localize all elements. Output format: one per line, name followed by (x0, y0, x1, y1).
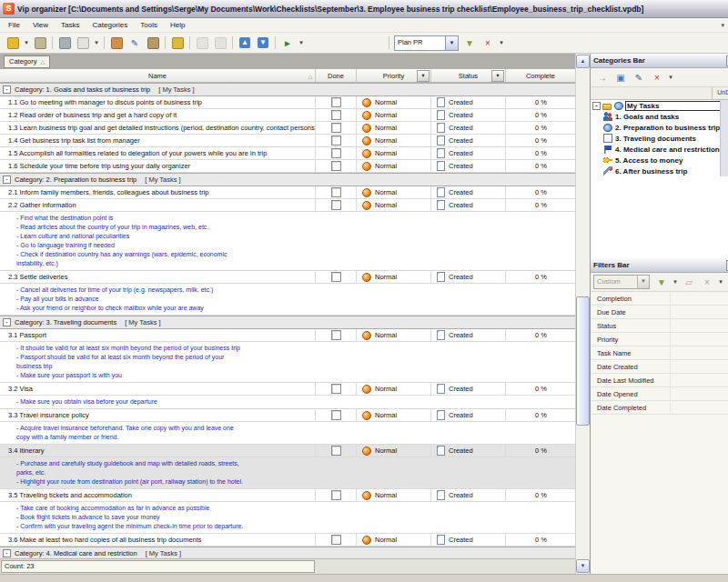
task-row[interactable]: 3.2 VisaNormalCreated0 % (0, 383, 576, 396)
menu-item-view[interactable]: View (26, 21, 55, 29)
status-filter-dropdown-icon[interactable]: ▼ (491, 70, 504, 82)
done-checkbox[interactable] (331, 110, 341, 120)
print-preview-icon[interactable] (75, 35, 91, 51)
edit-task-icon[interactable]: ✎ (126, 35, 143, 51)
plan-combobox-dropdown-icon[interactable]: ▼ (445, 36, 458, 50)
done-checkbox[interactable] (331, 148, 341, 158)
task-row[interactable]: 1.2 Read order of business trip and get … (0, 109, 576, 122)
menu-item-help[interactable]: Help (164, 21, 191, 29)
collapse-icon[interactable]: - (3, 318, 11, 326)
task-row[interactable]: 3.5 Traveling tickets and accommodationN… (0, 489, 576, 502)
task-row[interactable]: 1.6 Schedule your time before trip using… (0, 160, 576, 173)
done-checkbox[interactable] (331, 123, 341, 133)
menu-item-tools[interactable]: Tools (134, 21, 164, 29)
done-checkbox[interactable] (331, 330, 341, 340)
send-icon[interactable] (145, 35, 161, 51)
categories-toolbar-dropdown[interactable]: ▾ (667, 74, 674, 81)
category-band-row[interactable]: -Category: 3. Traveling documents[ My Ta… (0, 316, 576, 329)
new-task-icon[interactable] (5, 35, 21, 51)
done-checkbox[interactable] (331, 535, 341, 545)
task-row[interactable]: 3.1 PassportNormalCreated0 % (0, 329, 576, 342)
move-up-icon[interactable]: ▲ (237, 35, 253, 51)
done-checkbox[interactable] (331, 384, 341, 394)
task-row[interactable]: 1.3 Learn business trip goal and get det… (0, 122, 576, 135)
task-row[interactable]: 2.1 Inform family members, friends, coll… (0, 186, 576, 199)
task-row[interactable]: 3.4 ItineraryNormalCreated0 % (0, 445, 576, 457)
scrollbar-thumb[interactable] (576, 296, 590, 426)
task-row[interactable]: 1.4 Get business trip task list from man… (0, 135, 576, 147)
menu-item-tasks[interactable]: Tasks (55, 21, 86, 29)
start-now-dropdown[interactable]: ▾ (298, 39, 305, 46)
delete-category-icon[interactable]: × (649, 69, 665, 85)
clear-plan-filter-icon[interactable]: × (480, 35, 496, 51)
done-checkbox[interactable] (331, 97, 341, 107)
task-row[interactable]: 1.1 Go to meeting with manager to discus… (0, 96, 576, 109)
apply-filter-icon[interactable]: ▼ (653, 274, 670, 290)
new-category-icon[interactable]: → (594, 69, 611, 85)
collapse-icon[interactable]: - (3, 549, 11, 557)
tree-collapse-icon[interactable]: - (592, 102, 601, 110)
column-header-name[interactable]: Name △ (0, 69, 316, 82)
edit-category-icon[interactable]: ✎ (631, 69, 647, 85)
status-icon (437, 187, 445, 197)
new-subcategory-icon[interactable]: ▣ (612, 69, 629, 85)
plan-combobox[interactable]: Plan PR ▼ (394, 35, 459, 51)
comment-icon[interactable] (169, 35, 186, 51)
clear-filter-icon[interactable]: ▱ (681, 274, 697, 290)
plan-toolbar-dropdown[interactable]: ▾ (498, 39, 505, 46)
task-grid-body: -Category: 1. Goals and tasks of busines… (0, 83, 576, 558)
done-checkbox[interactable] (331, 135, 341, 146)
menu-item-file[interactable]: File (2, 21, 26, 29)
menubar-overflow-icon[interactable]: ▾ (721, 22, 724, 29)
category-tree-item[interactable]: 5. Access to money33 (591, 155, 728, 166)
notebook-icon[interactable] (108, 35, 125, 51)
print-dropdown[interactable]: ▾ (93, 39, 100, 46)
done-checkbox[interactable] (331, 200, 341, 210)
collapse-icon[interactable]: - (3, 176, 11, 184)
task-row[interactable]: 3.3 Travel insurance policyNormalCreated… (0, 409, 576, 422)
category-tree-item[interactable]: 3. Traveling documents66 (591, 133, 728, 144)
category-tree-item[interactable]: 4. Medical care and restriction22 (591, 144, 728, 155)
apply-filter-dropdown[interactable]: ▾ (672, 278, 679, 286)
grid-vertical-scrollbar[interactable]: ▲ ▼ (575, 54, 590, 574)
scroll-down-icon[interactable]: ▼ (576, 559, 590, 573)
category-tree-item[interactable]: 2. Preparation to business trip33 (591, 122, 728, 133)
filters-toolbar-dropdown[interactable]: ▾ (717, 278, 724, 286)
column-header-status[interactable]: Status ▼ (431, 69, 506, 82)
category-band-row[interactable]: -Category: 4. Medical care and restricti… (0, 547, 576, 558)
undone-column-header[interactable]: UnD... (713, 87, 728, 99)
done-checkbox[interactable] (331, 446, 341, 456)
column-header-priority[interactable]: Priority ▼ (357, 69, 431, 82)
open-database-icon[interactable] (32, 35, 48, 51)
done-checkbox[interactable] (331, 161, 341, 171)
filter-preset-combobox[interactable]: Custom ▼ (593, 275, 650, 289)
group-by-category-button[interactable]: Category △ (4, 55, 50, 68)
priority-filter-dropdown-icon[interactable]: ▼ (417, 70, 430, 82)
category-tree-item[interactable]: 6. After business trip33 (591, 166, 728, 176)
column-header-complete[interactable]: Complete (506, 69, 576, 82)
column-header-done[interactable]: Done (316, 69, 357, 82)
start-now-icon[interactable]: ► (279, 35, 296, 51)
done-checkbox[interactable] (331, 187, 341, 197)
move-down-icon[interactable]: ▼ (255, 35, 271, 51)
titlebar[interactable]: S Vip organizer [C:\Documents and Settin… (0, 0, 728, 18)
apply-plan-filter-icon[interactable]: ▼ (461, 35, 478, 51)
done-checkbox[interactable] (331, 490, 341, 500)
done-checkbox[interactable] (331, 272, 341, 282)
category-tree-item[interactable]: -My Tasks2323 (591, 100, 728, 111)
delete-filter-icon[interactable]: × (699, 274, 715, 290)
collapse-icon[interactable]: - (3, 85, 11, 94)
task-row[interactable]: 2.2 Gather informationNormalCreated0 % (0, 199, 576, 212)
print-icon[interactable] (56, 35, 73, 51)
category-band-row[interactable]: -Category: 1. Goals and tasks of busines… (0, 83, 576, 96)
filter-preset-dropdown-icon[interactable]: ▼ (637, 276, 649, 288)
new-task-dropdown[interactable]: ▾ (23, 39, 30, 46)
task-row[interactable]: 2.3 Settle deliveriesNormalCreated0 % (0, 271, 576, 284)
done-checkbox[interactable] (331, 410, 341, 420)
category-band-row[interactable]: -Category: 2. Preparation to business tr… (0, 173, 576, 186)
task-row[interactable]: 1.5 Accomplish all formalities related t… (0, 147, 576, 160)
category-tree-item[interactable]: 1. Goals and tasks66 (591, 111, 728, 122)
menu-item-categories[interactable]: Categories (86, 21, 135, 29)
task-row[interactable]: 3.6 Make at least two hard copies of all… (0, 534, 576, 547)
scroll-up-icon[interactable]: ▲ (576, 55, 590, 68)
